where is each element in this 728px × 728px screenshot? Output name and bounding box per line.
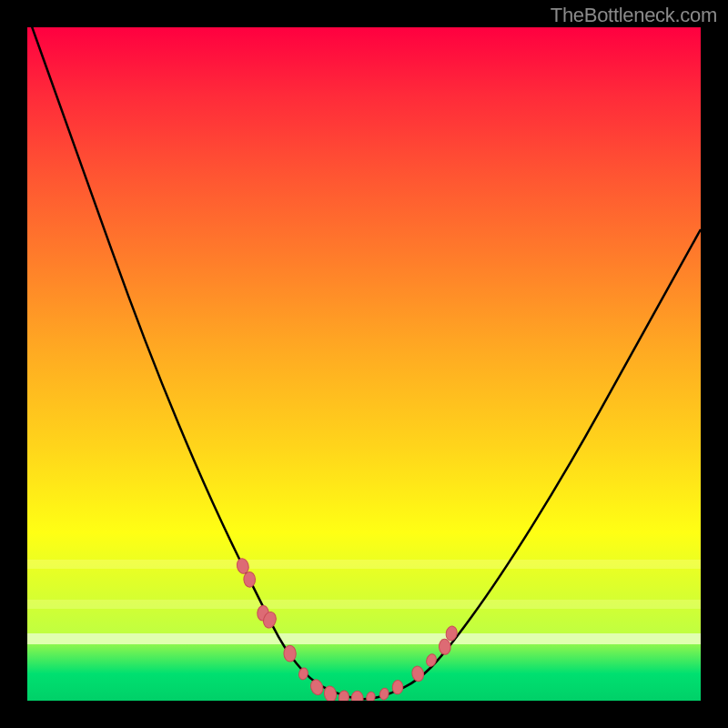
marker-cluster — [236, 557, 459, 701]
watermark-text: TheBottleneck.com — [551, 4, 717, 27]
marker-dot — [392, 680, 403, 694]
marker-dot — [410, 665, 425, 682]
marker-dot — [244, 571, 256, 587]
marker-dot — [284, 645, 297, 662]
chart-frame: TheBottleneck.com — [0, 0, 728, 728]
marker-dot — [366, 691, 377, 701]
marker-dot — [379, 687, 389, 700]
marker-dot — [308, 678, 325, 696]
v-curve-plot — [27, 27, 701, 701]
marker-dot — [339, 690, 349, 701]
marker-dot — [351, 691, 363, 701]
marker-dot — [425, 652, 438, 667]
curve-path — [27, 27, 701, 699]
marker-dot — [298, 667, 308, 681]
marker-dot — [439, 639, 451, 655]
